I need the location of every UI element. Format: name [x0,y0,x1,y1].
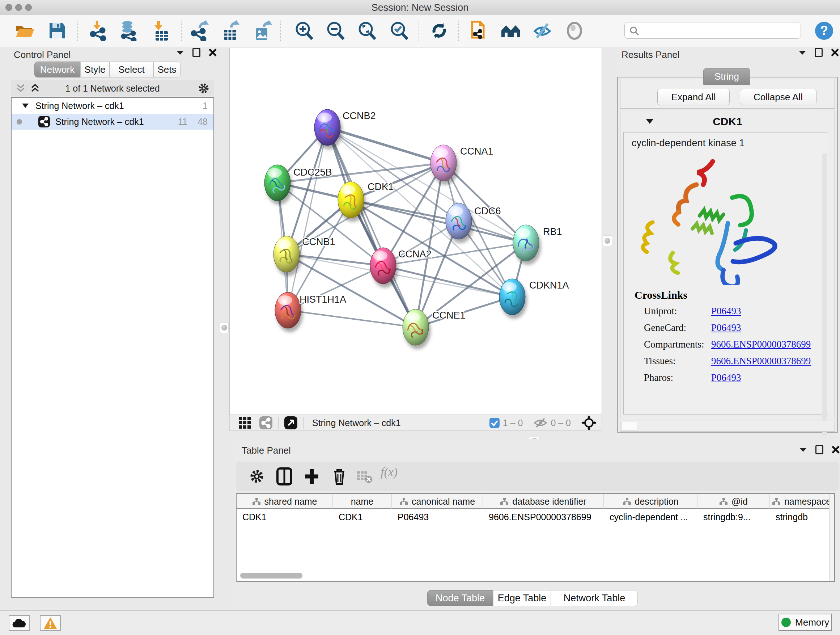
warnings-button[interactable] [40,615,61,631]
table-cell[interactable]: cyclin-dependent ... [604,509,698,525]
node-CCNB1[interactable] [273,236,300,272]
node-HIST1H1A[interactable] [275,292,301,328]
node-CCNA2[interactable] [370,248,396,284]
import-network-file-button[interactable] [88,20,109,42]
close-panel-icon[interactable] [831,48,839,57]
network-collection-row[interactable]: String Network – cdk1 1 [11,98,213,114]
close-panel-icon[interactable] [831,445,840,454]
table-vertical-scrollbar[interactable] [829,494,834,581]
collapse-all-button[interactable]: Collapse All [740,89,816,105]
node-CCNE1[interactable] [403,309,429,345]
zoom-selected-button[interactable] [388,20,410,42]
table-row[interactable]: CDK1CDK1P064939606.ENSP00000378699cyclin… [237,509,835,525]
zoom-in-button[interactable] [293,20,315,42]
table-cell[interactable]: P06493 [392,509,483,525]
expand-all-button[interactable]: Expand All [657,89,729,105]
tab-network[interactable]: Network [34,62,80,78]
delete-table-button[interactable] [354,466,376,487]
node-CCNA1[interactable] [431,145,456,181]
table-cell[interactable]: stringdb [770,509,834,525]
delete-column-button[interactable] [328,466,350,487]
first-neighbors-button[interactable] [500,20,522,42]
fit-selected-crosshair-icon[interactable] [581,415,597,431]
crosslink-link[interactable]: P06493 [711,322,741,333]
node-table[interactable]: shared namenamecanonical namedatabase id… [236,493,835,582]
panel-menu-icon[interactable] [798,49,807,56]
results-vertical-scrollbar[interactable] [822,154,827,436]
edge-CCNB2-HIST1H1A[interactable] [288,127,327,310]
tab-sets[interactable]: Sets [153,62,180,78]
network-graph[interactable]: CCNB2CCNA1CDC25BCDK1CDC6RB1CCNB1CCNA2CDK… [230,48,602,415]
column-header-namespace[interactable]: namespace [770,494,834,509]
import-table-button[interactable] [151,20,172,42]
column-header-database-identifier[interactable]: database identifier [483,494,604,509]
tab-style[interactable]: Style [80,62,110,78]
crosslink-link[interactable]: P06493 [711,372,741,383]
table-cell[interactable]: 9606.ENSP00000378699 [483,509,604,525]
tab-node-table[interactable]: Node Table [427,590,493,606]
search-input[interactable] [624,22,801,39]
network-canvas[interactable]: CCNB2CCNA1CDC25BCDK1CDC6RB1CCNB1CCNA2CDK… [229,48,602,415]
table-cell[interactable]: CDK1 [237,509,333,525]
float-panel-button[interactable] [193,48,201,57]
panel-menu-icon[interactable] [176,49,185,56]
export-network-button[interactable] [189,20,211,42]
column-header-description[interactable]: description [604,494,698,509]
table-header-row[interactable]: shared namenamecanonical namedatabase id… [237,494,835,509]
open-in-window-icon[interactable] [284,416,298,430]
table-options-button[interactable] [246,466,268,487]
create-column-button[interactable] [301,466,323,487]
export-table-button[interactable] [220,20,242,42]
column-header--id[interactable]: @id [698,494,770,509]
network-options-gear-icon[interactable] [197,82,210,95]
open-session-button[interactable] [14,20,35,42]
hidden-eye-icon[interactable] [533,417,548,429]
collapse-arrow-icon[interactable] [22,103,29,109]
float-panel-button[interactable] [815,445,823,454]
import-network-database-button[interactable] [118,20,139,42]
right-splitter-grip[interactable] [603,235,612,246]
edge-CCNB2-CCNB1[interactable] [286,127,327,254]
save-session-button[interactable] [46,20,68,42]
protein-section-header[interactable]: CDK1 [621,111,835,131]
node-CDC6[interactable] [446,203,472,239]
float-panel-button[interactable] [815,48,823,57]
zoom-fit-button[interactable] [356,20,378,42]
left-splitter-grip[interactable] [220,322,229,333]
column-header-canonical-name[interactable]: canonical name [392,494,483,509]
column-header-shared-name[interactable]: shared name [237,494,333,509]
tab-string[interactable]: String [703,68,750,85]
panel-menu-icon[interactable] [799,447,807,453]
node-CDC25B[interactable] [264,165,291,201]
results-horizontal-scrollbar[interactable] [620,421,835,432]
network-row[interactable]: String Network – cdk1 11 48 [11,114,213,130]
tab-edge-table[interactable]: Edge Table [493,590,551,606]
tab-select[interactable]: Select [110,62,153,78]
export-image-button[interactable] [252,20,273,42]
tab-network-table[interactable]: Network Table [551,590,638,606]
node-CDK1[interactable] [338,182,364,218]
crosslink-link[interactable]: 9606.ENSP00000378699 [711,339,811,350]
memory-button[interactable]: Memory [778,614,832,631]
function-builder-button[interactable]: f(x) [381,465,398,479]
edge-HIST1H1A-CCNE1[interactable] [288,310,416,327]
selected-checkbox-icon[interactable] [489,417,500,428]
show-columns-button[interactable] [273,466,295,487]
cloud-status-button[interactable] [9,615,30,631]
help-button[interactable]: ? [813,20,835,42]
node-CDKN1A[interactable] [499,279,525,315]
edge-CCNB2-CCNA1[interactable] [327,127,444,163]
table-cell[interactable]: CDK1 [333,509,392,525]
birds-eye-grid-icon[interactable] [238,416,251,429]
node-RB1[interactable] [513,225,539,261]
show-graphics-button[interactable] [564,20,585,42]
crosslink-link[interactable]: P06493 [711,306,741,317]
zoom-out-button[interactable] [325,20,346,42]
table-horizontal-scrollbar[interactable] [240,573,830,579]
close-panel-icon[interactable] [208,48,217,57]
column-header-name[interactable]: name [333,494,392,509]
string-style-icon[interactable] [259,416,273,430]
string-import-button[interactable] [467,20,489,42]
edge-CCNB1-CCNA2[interactable] [286,254,383,266]
refresh-layout-button[interactable] [428,20,450,42]
